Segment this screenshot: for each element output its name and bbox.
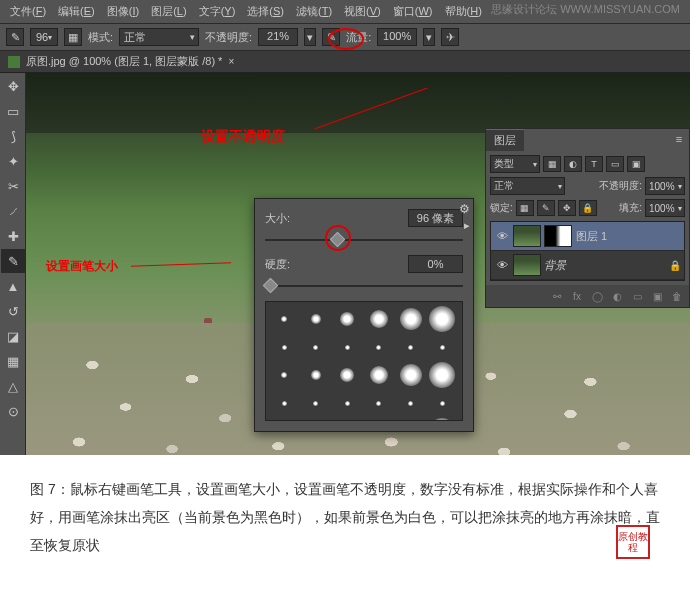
- eraser-tool[interactable]: ◪: [1, 324, 25, 348]
- brush-preset-item[interactable]: [364, 333, 394, 361]
- delete-icon[interactable]: 🗑: [668, 288, 686, 304]
- brush-preset-item[interactable]: [301, 389, 331, 417]
- menu-edit[interactable]: 编辑(E): [52, 2, 101, 21]
- flow-input[interactable]: 100%: [377, 28, 417, 46]
- brush-preset-item[interactable]: [269, 389, 299, 417]
- brush-preset-item[interactable]: [396, 305, 426, 333]
- dodge-tool[interactable]: ⊙: [1, 399, 25, 423]
- brush-tool-icon[interactable]: ✎: [6, 28, 24, 46]
- airbrush-icon[interactable]: ✈: [441, 28, 459, 46]
- brush-preset-picker[interactable]: 96▾: [30, 28, 58, 46]
- brush-preset-item[interactable]: 25: [332, 417, 362, 421]
- lasso-tool[interactable]: ⟆: [1, 124, 25, 148]
- brush-preset-item[interactable]: [396, 389, 426, 417]
- filter-smart-icon[interactable]: ▣: [627, 156, 645, 172]
- menu-type[interactable]: 文字(Y): [193, 2, 242, 21]
- stamp-tool[interactable]: ▲: [1, 274, 25, 298]
- layer-name[interactable]: 背景: [544, 258, 566, 273]
- history-brush-tool[interactable]: ↺: [1, 299, 25, 323]
- lock-transparent-icon[interactable]: ▦: [516, 200, 534, 216]
- slider-thumb[interactable]: [263, 278, 279, 294]
- brush-size-slider[interactable]: [265, 233, 463, 247]
- menu-select[interactable]: 选择(S): [241, 2, 290, 21]
- brush-hardness-input[interactable]: [408, 255, 463, 273]
- fx-icon[interactable]: fx: [568, 288, 586, 304]
- brush-size-input[interactable]: [408, 209, 463, 227]
- layer-thumbnail[interactable]: [513, 254, 541, 276]
- eyedropper-tool[interactable]: ⟋: [1, 199, 25, 223]
- layer-name[interactable]: 图层 1: [576, 229, 607, 244]
- pressure-opacity-icon[interactable]: ✎: [322, 28, 340, 46]
- brush-preset-item[interactable]: 50: [364, 417, 394, 421]
- crop-tool[interactable]: ✂: [1, 174, 25, 198]
- opacity-dropdown-icon[interactable]: ▾: [304, 28, 316, 46]
- brush-preset-item[interactable]: [427, 333, 457, 361]
- brush-preset-item[interactable]: [269, 305, 299, 333]
- brush-preset-item[interactable]: [269, 361, 299, 389]
- lock-position-icon[interactable]: ✥: [558, 200, 576, 216]
- layer-filter-kind[interactable]: 类型: [490, 155, 540, 173]
- move-tool[interactable]: ✥: [1, 74, 25, 98]
- menu-help[interactable]: 帮助(H): [439, 2, 488, 21]
- menu-layer[interactable]: 图层(L): [145, 2, 192, 21]
- brush-tool[interactable]: ✎: [1, 249, 25, 273]
- menu-view[interactable]: 视图(V): [338, 2, 387, 21]
- brush-panel-toggle-icon[interactable]: ▦: [64, 28, 82, 46]
- brush-preset-item[interactable]: [332, 305, 362, 333]
- popup-menu-icon[interactable]: ⚙: [459, 202, 470, 216]
- link-layers-icon[interactable]: ⚯: [548, 288, 566, 304]
- group-icon[interactable]: ▭: [628, 288, 646, 304]
- gradient-tool[interactable]: ▦: [1, 349, 25, 373]
- brush-preset-item[interactable]: [332, 361, 362, 389]
- close-tab-icon[interactable]: ×: [228, 56, 234, 67]
- brush-preset-item[interactable]: [301, 361, 331, 389]
- layers-tab[interactable]: 图层: [486, 129, 524, 151]
- panel-flyout-icon[interactable]: ≡: [672, 132, 686, 146]
- mask-icon[interactable]: ◯: [588, 288, 606, 304]
- opacity-input[interactable]: 21%: [258, 28, 298, 46]
- brush-preset-item[interactable]: [396, 361, 426, 389]
- slider-thumb[interactable]: [330, 232, 346, 248]
- flow-dropdown-icon[interactable]: ▾: [423, 28, 435, 46]
- visibility-icon[interactable]: 👁: [494, 257, 510, 273]
- brush-preset-item[interactable]: [332, 389, 362, 417]
- lock-pixels-icon[interactable]: ✎: [537, 200, 555, 216]
- layer-row[interactable]: 👁 背景 🔒: [491, 251, 684, 280]
- brush-preset-item[interactable]: [364, 305, 394, 333]
- layer-blend-dropdown[interactable]: 正常: [490, 177, 565, 195]
- brush-preset-item[interactable]: [269, 417, 299, 421]
- brush-preset-item[interactable]: [364, 361, 394, 389]
- layer-opacity-input[interactable]: 100%: [645, 177, 685, 195]
- brush-preset-item[interactable]: [332, 333, 362, 361]
- brush-preset-item[interactable]: [364, 389, 394, 417]
- menu-filter[interactable]: 滤镜(T): [290, 2, 338, 21]
- brush-preset-item[interactable]: [301, 305, 331, 333]
- brush-preset-item[interactable]: [396, 333, 426, 361]
- filter-adjust-icon[interactable]: ◐: [564, 156, 582, 172]
- layer-mask-thumbnail[interactable]: [544, 225, 572, 247]
- new-layer-icon[interactable]: ▣: [648, 288, 666, 304]
- menu-window[interactable]: 窗口(W): [387, 2, 439, 21]
- brush-preset-item[interactable]: [427, 389, 457, 417]
- lock-all-icon[interactable]: 🔒: [579, 200, 597, 216]
- menu-image[interactable]: 图像(I): [101, 2, 145, 21]
- canvas[interactable]: 设置不透明度 设置画笔大小 ⚙ ▸ 大小: 硬度:: [26, 73, 690, 455]
- brush-preset-item[interactable]: [427, 417, 457, 421]
- heal-tool[interactable]: ✚: [1, 224, 25, 248]
- brush-preset-item[interactable]: [396, 417, 426, 421]
- popup-flyout-icon[interactable]: ▸: [464, 219, 470, 232]
- brush-preset-item[interactable]: [427, 361, 457, 389]
- menu-file[interactable]: 文件(F): [4, 2, 52, 21]
- layer-thumbnail[interactable]: [513, 225, 541, 247]
- visibility-icon[interactable]: 👁: [494, 228, 510, 244]
- layer-row[interactable]: 👁 图层 1: [491, 222, 684, 251]
- filter-pixel-icon[interactable]: ▦: [543, 156, 561, 172]
- marquee-tool[interactable]: ▭: [1, 99, 25, 123]
- brush-hardness-slider[interactable]: [265, 279, 463, 293]
- blend-mode-dropdown[interactable]: 正常: [119, 28, 199, 46]
- brush-preset-item[interactable]: [427, 305, 457, 333]
- filter-type-icon[interactable]: T: [585, 156, 603, 172]
- brush-preset-item[interactable]: [269, 333, 299, 361]
- brush-preset-item[interactable]: [301, 417, 331, 421]
- brush-preset-item[interactable]: [301, 333, 331, 361]
